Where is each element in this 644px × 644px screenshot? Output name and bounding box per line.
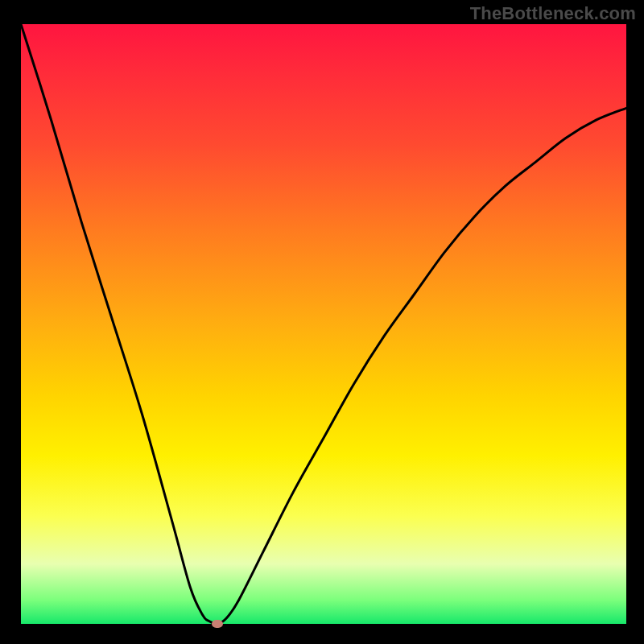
watermark-text: TheBottleneck.com — [470, 3, 636, 24]
chart-stage: TheBottleneck.com — [0, 0, 644, 644]
curve-minimum-marker — [212, 620, 223, 628]
plot-area — [21, 24, 626, 624]
bottleneck-curve — [21, 24, 626, 624]
